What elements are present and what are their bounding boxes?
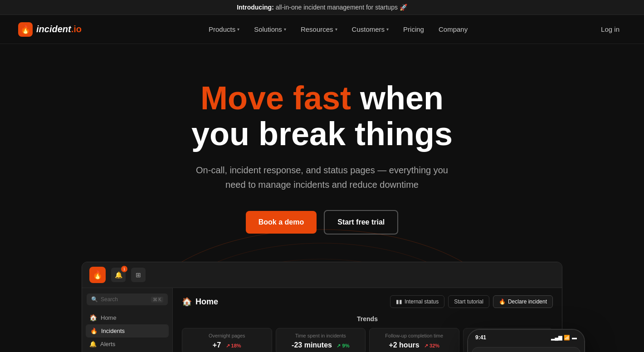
book-demo-button[interactable]: Book a demo <box>246 211 317 234</box>
chevron-down-icon: ▾ <box>386 27 389 32</box>
dash-page-title: 🏠 Home <box>182 297 218 307</box>
phone-status-bar: 9:41 ▂▄▆ 📶 ▬ <box>468 330 584 343</box>
nav-item-resources[interactable]: Resources ▾ <box>294 22 344 37</box>
banner-prefix: Introducing: <box>237 4 274 11</box>
trend-card-time-spent: Time spent in incidents -23 minutes ↗ 9% <box>276 328 366 352</box>
trends-section-title: Trends <box>182 315 553 323</box>
svg-text:🔥: 🔥 <box>20 24 31 34</box>
battery-icon: ▬ <box>572 335 577 340</box>
nav-item-customers[interactable]: Customers ▾ <box>346 22 395 37</box>
start-tutorial-button[interactable]: Start tutorial <box>448 295 489 308</box>
phone-status-icons: ▂▄▆ 📶 ▬ <box>551 335 577 341</box>
hero-title: Move fast whenyou break things <box>9 80 635 152</box>
dashboard-preview: 🔥 🔔 1 ⊞ 🔍 Search ⌘ K 🏠 <box>73 262 571 352</box>
phone-notification: You've been paged ✕ You have an active i… <box>472 347 581 352</box>
dashboard-topbar: 🔥 🔔 1 ⊞ <box>82 262 562 288</box>
fire-icon: 🔥 <box>90 328 98 334</box>
hero-cta-buttons: Book a demo Start free trial <box>9 210 635 235</box>
sidebar-item-incidents[interactable]: 🔥 Incidents <box>86 324 169 337</box>
nav-item-pricing[interactable]: Pricing <box>397 22 430 37</box>
main-nav: 🔥 incident.io Products ▾ Solutions ▾ Res… <box>0 15 644 44</box>
banner-text: all-in-one incident management for start… <box>274 4 407 11</box>
nav-links: Products ▾ Solutions ▾ Resources ▾ Custo… <box>202 22 474 37</box>
trend-card-followup: Follow-up completion time +2 hours ↗ 32% <box>369 328 459 352</box>
announcement-banner: Introducing: all-in-one incident managem… <box>0 0 644 15</box>
chart-icon: ▮▮ <box>396 298 402 305</box>
dash-grid-button[interactable]: ⊞ <box>131 268 146 282</box>
login-button[interactable]: Log in <box>595 22 626 37</box>
logo-text: incident.io <box>36 24 82 34</box>
sidebar-item-home[interactable]: 🏠 Home <box>82 311 172 324</box>
chevron-down-icon: ▾ <box>237 27 239 32</box>
hero-section: Move fast whenyou break things On-call, … <box>0 44 644 352</box>
phone-mockup: 9:41 ▂▄▆ 📶 ▬ You've been paged ✕ You hav… <box>467 329 585 352</box>
declare-incident-button[interactable]: 🔥 Declare incident <box>493 295 553 308</box>
wifi-icon: 📶 <box>564 335 570 341</box>
declare-icon: 🔥 <box>499 298 506 305</box>
nav-item-products[interactable]: Products ▾ <box>202 22 246 37</box>
logo-icon: 🔥 <box>18 22 33 37</box>
bell-icon: 🔔 <box>89 341 97 347</box>
dash-header-actions: ▮▮ Internal status Start tutorial 🔥 Decl… <box>390 295 553 308</box>
home-accent-icon: 🏠 <box>182 297 192 307</box>
dash-main-header: 🏠 Home ▮▮ Internal status Start tutorial… <box>182 295 553 308</box>
dash-notification-button[interactable]: 🔔 1 <box>111 268 126 282</box>
logo[interactable]: 🔥 incident.io <box>18 22 82 37</box>
internal-status-button[interactable]: ▮▮ Internal status <box>390 295 444 308</box>
search-icon: 🔍 <box>91 296 98 303</box>
search-placeholder: Search <box>101 296 118 303</box>
hero-title-highlight: Move fast <box>200 80 351 116</box>
sidebar-item-alerts[interactable]: 🔔 Alerts <box>82 337 172 351</box>
notification-badge: 1 <box>121 266 127 272</box>
trend-card-overnight: Overnight pages +7 ↗ 18% <box>182 328 272 352</box>
dash-search-bar[interactable]: 🔍 Search ⌘ K <box>87 293 168 305</box>
hero-subtitle: On-call, incident response, and status p… <box>195 163 449 192</box>
nav-item-company[interactable]: Company <box>432 22 474 37</box>
chevron-down-icon: ▾ <box>284 27 286 32</box>
dashboard-sidebar: 🔍 Search ⌘ K 🏠 Home 🔥 Incidents 🔔 <box>82 288 173 352</box>
house-icon: 🏠 <box>89 314 97 321</box>
phone-time: 9:41 <box>475 334 486 341</box>
search-shortcut: ⌘ K <box>151 297 163 303</box>
dash-logo-button[interactable]: 🔥 <box>89 267 106 283</box>
signal-icon: ▂▄▆ <box>551 335 562 341</box>
start-trial-button[interactable]: Start free trial <box>324 210 398 235</box>
chevron-down-icon: ▾ <box>335 27 337 32</box>
nav-item-solutions[interactable]: Solutions ▾ <box>248 22 293 37</box>
